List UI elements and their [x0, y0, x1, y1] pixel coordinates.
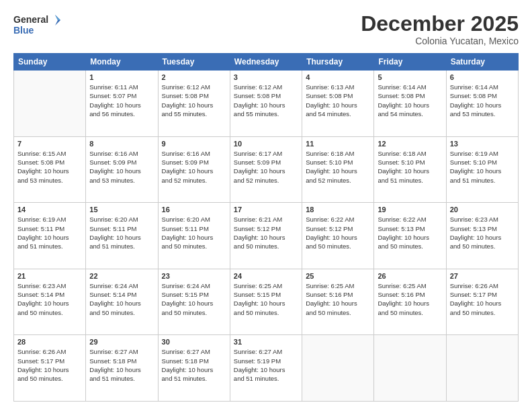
calendar-cell: 6Sunrise: 6:14 AM Sunset: 5:08 PM Daylig… — [446, 71, 518, 137]
day-info: Sunrise: 6:20 AM Sunset: 5:11 PM Dayligh… — [89, 215, 154, 250]
day-info: Sunrise: 6:21 AM Sunset: 5:12 PM Dayligh… — [234, 215, 298, 250]
calendar-table: SundayMondayTuesdayWednesdayThursdayFrid… — [13, 53, 519, 402]
calendar-cell: 10Sunrise: 6:17 AM Sunset: 5:09 PM Dayli… — [230, 136, 302, 203]
weekday-header-saturday: Saturday — [446, 54, 518, 71]
calendar-cell: 15Sunrise: 6:20 AM Sunset: 5:11 PM Dayli… — [86, 203, 158, 269]
day-number: 31 — [234, 338, 298, 346]
calendar-cell: 3Sunrise: 6:12 AM Sunset: 5:08 PM Daylig… — [230, 71, 302, 137]
day-number: 11 — [306, 140, 370, 148]
day-number: 13 — [450, 140, 515, 148]
calendar-cell: 11Sunrise: 6:18 AM Sunset: 5:10 PM Dayli… — [302, 136, 374, 203]
svg-text:Blue: Blue — [13, 25, 34, 36]
day-number: 25 — [306, 272, 370, 280]
day-info: Sunrise: 6:20 AM Sunset: 5:11 PM Dayligh… — [162, 215, 226, 250]
day-info: Sunrise: 6:16 AM Sunset: 5:09 PM Dayligh… — [162, 149, 226, 185]
day-info: Sunrise: 6:14 AM Sunset: 5:08 PM Dayligh… — [378, 83, 442, 118]
day-number: 17 — [234, 205, 298, 214]
day-number: 24 — [234, 272, 298, 280]
calendar-cell: 21Sunrise: 6:23 AM Sunset: 5:14 PM Dayli… — [14, 269, 86, 335]
calendar-cell: 7Sunrise: 6:15 AM Sunset: 5:08 PM Daylig… — [14, 136, 86, 203]
day-number: 26 — [378, 272, 442, 280]
day-info: Sunrise: 6:24 AM Sunset: 5:14 PM Dayligh… — [89, 281, 154, 317]
location-subtitle: Colonia Yucatan, Mexico — [361, 36, 519, 46]
calendar-cell: 27Sunrise: 6:26 AM Sunset: 5:17 PM Dayli… — [446, 269, 518, 335]
day-info: Sunrise: 6:19 AM Sunset: 5:10 PM Dayligh… — [450, 149, 515, 185]
day-number: 7 — [17, 140, 82, 148]
day-info: Sunrise: 6:16 AM Sunset: 5:09 PM Dayligh… — [89, 149, 154, 185]
day-number: 23 — [162, 272, 226, 280]
calendar-cell: 22Sunrise: 6:24 AM Sunset: 5:14 PM Dayli… — [86, 269, 158, 335]
day-info: Sunrise: 6:22 AM Sunset: 5:13 PM Dayligh… — [378, 215, 442, 250]
day-info: Sunrise: 6:12 AM Sunset: 5:08 PM Dayligh… — [162, 83, 226, 118]
day-info: Sunrise: 6:23 AM Sunset: 5:14 PM Dayligh… — [17, 281, 82, 317]
day-info: Sunrise: 6:23 AM Sunset: 5:13 PM Dayligh… — [450, 215, 515, 250]
day-info: Sunrise: 6:25 AM Sunset: 5:15 PM Dayligh… — [234, 281, 298, 317]
day-info: Sunrise: 6:12 AM Sunset: 5:08 PM Dayligh… — [234, 83, 298, 118]
day-info: Sunrise: 6:14 AM Sunset: 5:08 PM Dayligh… — [450, 83, 515, 118]
calendar-cell: 28Sunrise: 6:26 AM Sunset: 5:17 PM Dayli… — [14, 335, 86, 402]
day-info: Sunrise: 6:25 AM Sunset: 5:16 PM Dayligh… — [306, 281, 370, 317]
day-info: Sunrise: 6:18 AM Sunset: 5:10 PM Dayligh… — [378, 149, 442, 185]
day-info: Sunrise: 6:18 AM Sunset: 5:10 PM Dayligh… — [306, 149, 370, 185]
day-number: 4 — [306, 73, 370, 81]
day-number: 6 — [450, 73, 515, 81]
calendar-cell: 19Sunrise: 6:22 AM Sunset: 5:13 PM Dayli… — [374, 203, 446, 269]
day-number: 12 — [378, 140, 442, 148]
day-info: Sunrise: 6:24 AM Sunset: 5:15 PM Dayligh… — [162, 281, 226, 317]
weekday-header-monday: Monday — [86, 54, 158, 71]
calendar-cell: 14Sunrise: 6:19 AM Sunset: 5:11 PM Dayli… — [14, 203, 86, 269]
day-info: Sunrise: 6:11 AM Sunset: 5:07 PM Dayligh… — [89, 83, 154, 118]
page-header: General Blue December 2025 Colonia Yucat… — [13, 12, 519, 46]
month-title: December 2025 — [361, 12, 519, 36]
logo: General Blue — [13, 12, 60, 39]
calendar-cell: 9Sunrise: 6:16 AM Sunset: 5:09 PM Daylig… — [158, 136, 230, 203]
calendar-cell: 24Sunrise: 6:25 AM Sunset: 5:15 PM Dayli… — [230, 269, 302, 335]
day-number: 21 — [17, 272, 82, 280]
day-number: 15 — [89, 205, 154, 214]
day-info: Sunrise: 6:26 AM Sunset: 5:17 PM Dayligh… — [17, 347, 82, 383]
day-number: 22 — [89, 272, 154, 280]
logo-svg: General Blue — [13, 12, 60, 39]
day-info: Sunrise: 6:13 AM Sunset: 5:08 PM Dayligh… — [306, 83, 370, 118]
day-number: 18 — [306, 205, 370, 214]
calendar-cell: 23Sunrise: 6:24 AM Sunset: 5:15 PM Dayli… — [158, 269, 230, 335]
calendar-cell: 31Sunrise: 6:27 AM Sunset: 5:19 PM Dayli… — [230, 335, 302, 402]
day-number: 19 — [378, 205, 442, 214]
day-number: 8 — [89, 140, 154, 148]
calendar-cell — [14, 71, 86, 137]
day-number: 30 — [162, 338, 226, 346]
calendar-cell: 20Sunrise: 6:23 AM Sunset: 5:13 PM Dayli… — [446, 203, 518, 269]
day-number: 2 — [162, 73, 226, 81]
calendar-cell: 30Sunrise: 6:27 AM Sunset: 5:18 PM Dayli… — [158, 335, 230, 402]
calendar-cell — [302, 335, 374, 402]
day-number: 10 — [234, 140, 298, 148]
weekday-header-wednesday: Wednesday — [230, 54, 302, 71]
calendar-cell: 18Sunrise: 6:22 AM Sunset: 5:12 PM Dayli… — [302, 203, 374, 269]
day-number: 29 — [89, 338, 154, 346]
day-number: 3 — [234, 73, 298, 81]
day-number: 1 — [89, 73, 154, 81]
title-section: December 2025 Colonia Yucatan, Mexico — [361, 12, 519, 46]
calendar-cell: 26Sunrise: 6:25 AM Sunset: 5:16 PM Dayli… — [374, 269, 446, 335]
calendar-cell: 25Sunrise: 6:25 AM Sunset: 5:16 PM Dayli… — [302, 269, 374, 335]
calendar-cell: 13Sunrise: 6:19 AM Sunset: 5:10 PM Dayli… — [446, 136, 518, 203]
weekday-header-sunday: Sunday — [14, 54, 86, 71]
weekday-header-tuesday: Tuesday — [158, 54, 230, 71]
day-info: Sunrise: 6:17 AM Sunset: 5:09 PM Dayligh… — [234, 149, 298, 185]
day-number: 27 — [450, 272, 515, 280]
calendar-cell — [374, 335, 446, 402]
calendar-cell: 16Sunrise: 6:20 AM Sunset: 5:11 PM Dayli… — [158, 203, 230, 269]
weekday-header-friday: Friday — [374, 54, 446, 71]
calendar-cell: 12Sunrise: 6:18 AM Sunset: 5:10 PM Dayli… — [374, 136, 446, 203]
day-number: 5 — [378, 73, 442, 81]
day-number: 20 — [450, 205, 515, 214]
calendar-cell: 5Sunrise: 6:14 AM Sunset: 5:08 PM Daylig… — [374, 71, 446, 137]
day-info: Sunrise: 6:27 AM Sunset: 5:18 PM Dayligh… — [89, 347, 154, 383]
day-number: 16 — [162, 205, 226, 214]
day-info: Sunrise: 6:19 AM Sunset: 5:11 PM Dayligh… — [17, 215, 82, 250]
calendar-cell: 1Sunrise: 6:11 AM Sunset: 5:07 PM Daylig… — [86, 71, 158, 137]
day-number: 14 — [17, 205, 82, 214]
calendar-cell: 29Sunrise: 6:27 AM Sunset: 5:18 PM Dayli… — [86, 335, 158, 402]
day-number: 28 — [17, 338, 82, 346]
day-info: Sunrise: 6:25 AM Sunset: 5:16 PM Dayligh… — [378, 281, 442, 317]
